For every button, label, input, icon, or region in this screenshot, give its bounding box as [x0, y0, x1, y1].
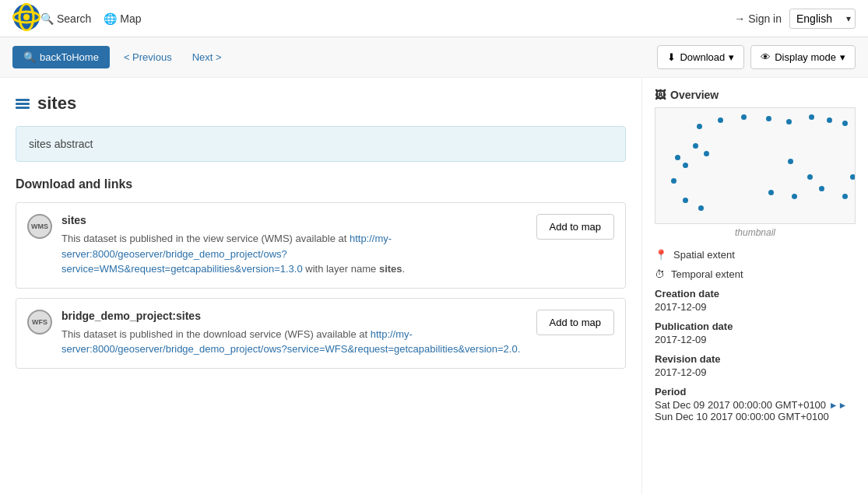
sub-header: 🔍 backToHome < Previous Next > ⬇ Downloa… — [0, 37, 868, 78]
signin-icon: → — [734, 12, 745, 25]
logo — [12, 3, 40, 33]
wms-desc-prefix: This dataset is published in the view se… — [61, 233, 350, 244]
map-nav-link[interactable]: 🌐 Map — [104, 12, 141, 25]
period-end-value: Sun Dec 10 2017 00:00:00 GMT+0100 — [655, 411, 856, 422]
temporal-extent-row: ⏱ Temporal extent — [655, 268, 856, 280]
download-links-section: Download and links WMS sites This datase… — [16, 177, 626, 369]
temporal-icon: ⏱ — [655, 268, 665, 280]
wms-desc-suffix: with layer name — [303, 263, 379, 275]
download-chevron-icon: ▾ — [729, 51, 734, 63]
link-card-wms-body: sites This dataset is published in the v… — [61, 214, 524, 277]
thumbnail-dot — [807, 174, 813, 180]
display-mode-icon: 👁 — [761, 51, 771, 63]
sign-in-button[interactable]: → Sign in — [734, 12, 782, 25]
publication-date-section: Publication date 2017-12-09 — [655, 321, 856, 345]
download-label: Download — [680, 51, 725, 63]
add-to-map-button-wms[interactable]: Add to map — [536, 214, 615, 240]
thumbnail-dot — [718, 117, 723, 123]
abstract-text: sites abstract — [29, 138, 93, 150]
thumbnail-dot — [698, 205, 704, 211]
thumbnail-dot — [675, 155, 680, 160]
creation-date-value: 2017-12-09 — [655, 301, 856, 313]
wfs-link-desc: This dataset is published in the downloa… — [61, 327, 524, 357]
spatial-extent-label: Spatial extent — [673, 249, 735, 261]
add-to-map-label-wms: Add to map — [550, 221, 602, 233]
period-section: Period Sat Dec 09 2017 00:00:00 GMT+0100… — [655, 386, 856, 422]
temporal-extent-label: Temporal extent — [671, 268, 743, 280]
thumbnail-dot — [683, 198, 688, 203]
wfs-icon: WFS — [27, 310, 52, 335]
creation-date-section: Creation date 2017-12-09 — [655, 288, 856, 313]
sub-header-actions: ⬇ Download ▾ 👁 Display mode ▾ — [657, 45, 856, 69]
spatial-icon: 📍 — [655, 249, 667, 261]
revision-date-value: 2017-12-09 — [655, 366, 856, 378]
link-card-wfs-left: WFS bridge_demo_project:sites This datas… — [27, 310, 524, 357]
link-card-wms: WMS sites This dataset is published in t… — [16, 202, 626, 289]
thumbnail-dot — [683, 163, 688, 168]
publication-date-value: 2017-12-09 — [655, 334, 856, 345]
section-title: Download and links — [16, 177, 626, 191]
thumbnail-dot — [788, 159, 793, 164]
thumbnail-dot — [792, 194, 797, 199]
add-to-map-button-wfs[interactable]: Add to map — [536, 310, 615, 335]
overview-title-row: 🖼 Overview — [655, 89, 856, 101]
thumbnail-dot — [697, 124, 702, 129]
publication-date-label: Publication date — [655, 321, 856, 332]
add-to-map-label-wfs: Add to map — [550, 317, 602, 328]
thumbnail-dot — [819, 186, 824, 191]
wfs-desc-prefix: This dataset is published in the downloa… — [61, 328, 371, 340]
wms-layer-name: sites — [379, 263, 402, 275]
page-title-row: sites — [16, 93, 626, 114]
thumbnail-dot — [842, 121, 848, 126]
page-title: sites — [37, 93, 76, 114]
thumbnail-dot — [693, 143, 698, 149]
search-nav-label: Search — [57, 12, 91, 25]
main-layout: sites sites abstract Download and links … — [0, 78, 868, 494]
revision-date-section: Revision date 2017-12-09 — [655, 353, 856, 378]
display-mode-button[interactable]: 👁 Display mode ▾ — [750, 45, 856, 69]
thumbnail-label: thumbnail — [655, 227, 856, 238]
language-selector-wrapper: English French Spanish — [789, 9, 856, 29]
spatial-extent-row: 📍 Spatial extent — [655, 249, 856, 261]
period-arrow-icon: ►► — [829, 400, 848, 411]
previous-button[interactable]: < Previous — [118, 47, 178, 67]
back-to-home-button[interactable]: 🔍 backToHome — [12, 46, 110, 68]
display-mode-chevron-icon: ▾ — [840, 51, 845, 63]
thumbnail-dot — [842, 194, 848, 199]
wms-period: . — [402, 263, 406, 275]
thumbnail-dot — [827, 117, 832, 123]
next-label: Next > — [192, 51, 222, 63]
link-card-wms-left: WMS sites This dataset is published in t… — [27, 214, 524, 277]
wms-link-desc: This dataset is published in the view se… — [61, 231, 524, 277]
period-start-value: Sat Dec 09 2017 00:00:00 GMT+0100 — [655, 399, 826, 411]
language-select[interactable]: English French Spanish — [789, 9, 856, 29]
header-nav: 🔍 Search 🌐 Map — [40, 12, 734, 25]
abstract-box: sites abstract — [16, 126, 626, 162]
display-mode-label: Display mode — [775, 51, 836, 63]
thumbnail-dot — [741, 114, 747, 120]
search-icon: 🔍 — [23, 51, 36, 63]
thumbnail-dot — [786, 119, 792, 124]
header-right: → Sign in English French Spanish — [734, 9, 856, 29]
wms-link-title: sites — [61, 214, 524, 226]
download-button[interactable]: ⬇ Download ▾ — [657, 45, 744, 69]
creation-date-label: Creation date — [655, 288, 856, 300]
wms-icon: WMS — [27, 214, 52, 239]
map-nav-icon: 🌐 — [104, 12, 117, 25]
thumbnail-dot — [704, 151, 709, 156]
thumbnail-dot — [766, 116, 771, 121]
svg-point-3 — [23, 14, 30, 20]
wfs-link-title: bridge_demo_project:sites — [61, 310, 524, 322]
thumbnail-dot — [809, 114, 814, 120]
overview-title: Overview — [670, 89, 719, 101]
thumbnail-box — [655, 107, 856, 224]
map-nav-label: Map — [120, 12, 141, 25]
search-nav-icon: 🔍 — [40, 12, 54, 25]
download-icon: ⬇ — [667, 51, 676, 63]
right-panel: 🖼 Overview thumbnail 📍 Spatial extent ⏱ … — [642, 78, 868, 494]
next-button[interactable]: Next > — [186, 47, 228, 67]
period-label: Period — [655, 386, 856, 398]
back-label: backToHome — [40, 51, 99, 63]
overview-icon: 🖼 — [655, 89, 666, 101]
search-nav-link[interactable]: 🔍 Search — [40, 12, 91, 25]
